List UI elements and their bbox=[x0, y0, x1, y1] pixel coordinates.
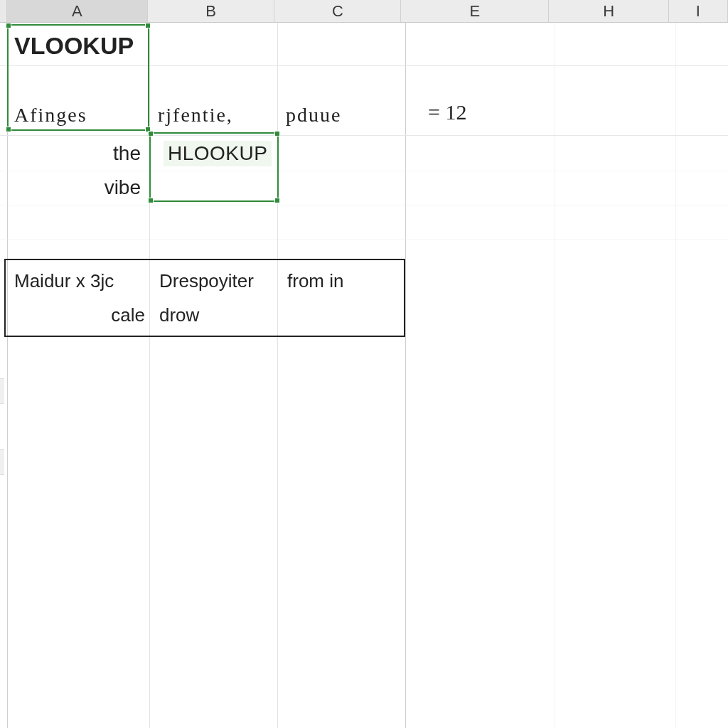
box-B-line1[interactable]: Drespoyiter bbox=[155, 266, 280, 296]
column-header-A[interactable]: A bbox=[7, 0, 148, 22]
column-header-B[interactable]: B bbox=[148, 0, 274, 22]
column-header-I[interactable]: I bbox=[669, 0, 728, 22]
cell-A3-text[interactable]: the bbox=[10, 138, 145, 169]
box-A-line2[interactable]: cale bbox=[10, 300, 149, 330]
box-B-line2[interactable]: drow bbox=[155, 300, 280, 330]
cell-A1[interactable]: VLOOKUP bbox=[10, 27, 149, 64]
column-header-H[interactable]: H bbox=[549, 0, 668, 22]
box-C-line1[interactable]: from in bbox=[283, 266, 408, 296]
cell-A2-text[interactable]: Afinges bbox=[10, 100, 149, 131]
spreadsheet: A B C E H I VLOOKUP Afinges rjfentie, pd… bbox=[0, 0, 728, 728]
column-header-C[interactable]: C bbox=[274, 0, 401, 22]
column-header-E[interactable]: E bbox=[401, 0, 549, 22]
cell-B2-text[interactable]: rjfentie, bbox=[154, 100, 279, 131]
cell-E2-text[interactable]: = 12 bbox=[424, 97, 537, 128]
column-header-row: A B C E H I bbox=[0, 0, 728, 23]
cell-B3-hlookup[interactable]: HLOOKUP bbox=[164, 141, 272, 166]
cell-C2-text[interactable]: pduue bbox=[282, 100, 407, 131]
row-header-spacer bbox=[0, 0, 7, 22]
box-A-line1[interactable]: Maidur x 3jc bbox=[10, 266, 152, 296]
worksheet-grid[interactable]: VLOOKUP Afinges rjfentie, pduue = 12 the… bbox=[0, 23, 728, 728]
cell-A4-text[interactable]: vibe bbox=[10, 172, 145, 203]
